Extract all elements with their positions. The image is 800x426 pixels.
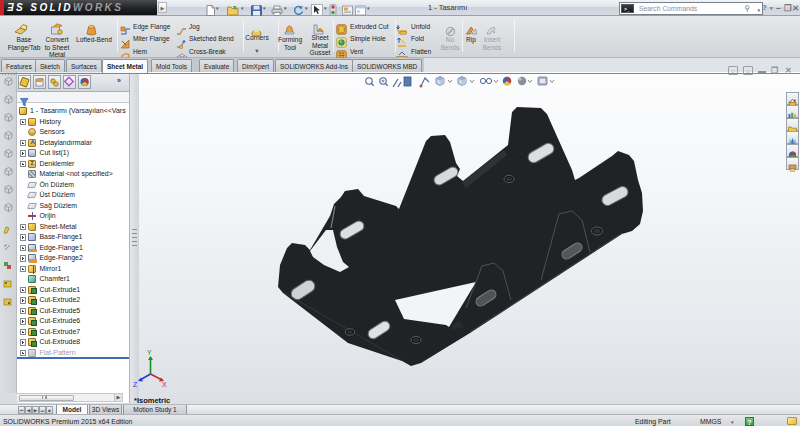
svg-text:*Isometric: *Isometric [134,396,170,404]
svg-text:X: X [162,381,167,388]
svg-text:Z: Z [133,381,138,388]
svg-text:Y: Y [147,349,152,356]
